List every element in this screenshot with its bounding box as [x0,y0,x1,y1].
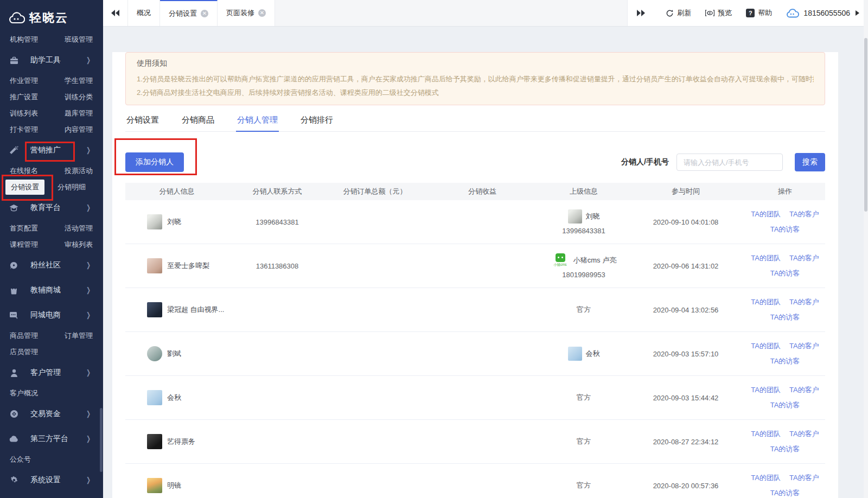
upline-identity: 刘晓 [568,209,600,224]
distributor-name: 艺得票务 [167,437,195,446]
tabs-scroll-left-button[interactable] [103,0,128,26]
refresh-button[interactable]: 刷新 [666,8,691,18]
column-header: 上级信息 [541,187,627,196]
action-link-TA的客户[interactable]: TA的客户 [789,341,819,351]
actions-cell: TA的团队TA的客户TA的访客 [745,429,825,454]
close-icon[interactable]: ✕ [258,9,266,17]
sidebar-item-题库管理[interactable]: 题库管理 [52,108,103,118]
sidebar-item-商品管理[interactable]: 商品管理 [0,331,52,341]
sidebar-item-订单管理[interactable]: 订单管理 [52,331,103,341]
tabs-scroll-right-button[interactable] [627,0,654,26]
action-link-TA的访客[interactable]: TA的访客 [770,225,800,234]
action-link-TA的团队[interactable]: TA的团队 [751,253,781,263]
sidebar-pair-row: 课程管理审核列表 [0,237,103,253]
sidebar-scrollbar-thumb[interactable] [100,408,103,472]
top-tab-页面装修[interactable]: 页面装修✕ [218,0,275,26]
sidebar-group-教育平台[interactable]: 教育平台❯ [0,195,103,220]
tab-分销排行[interactable]: 分销排行 [299,115,334,131]
action-link-TA的客户[interactable]: TA的客户 [789,473,819,483]
sidebar-item-训练分类[interactable]: 训练分类 [52,92,103,102]
action-link-TA的团队[interactable]: TA的团队 [751,473,781,483]
action-link-TA的客户[interactable]: TA的客户 [789,209,819,219]
actions-cell: TA的团队TA的客户TA的访客 [745,341,825,366]
sidebar-group-粉丝社区[interactable]: 粉丝社区❯ [0,253,103,278]
sidebar-item-分销设置[interactable]: 分销设置 [5,180,44,195]
page-scrollbar[interactable] [864,0,868,498]
help-button[interactable]: ? 帮助 [746,8,772,18]
sidebar-group-label: 教育平台 [30,203,86,213]
sidebar-item-学生管理[interactable]: 学生管理 [52,76,103,86]
sidebar-item-分销明细[interactable]: 分销明细 [44,182,96,192]
top-tab-分销设置[interactable]: 分销设置✕ [160,0,218,26]
sidebar-group-第三方平台[interactable]: 第三方平台❯ [0,426,103,451]
sidebar-pair-row: 作业管理学生管理 [0,73,103,89]
action-link-TA的访客[interactable]: TA的访客 [770,312,800,322]
action-link-TA的客户[interactable]: TA的客户 [789,297,819,307]
distributor-info-cell: 至爱士多啤梨 [125,258,228,273]
sidebar-group-教辅商城[interactable]: 教辅商城❯ [0,278,103,303]
sidebar-pair-row: 商品管理订单管理 [0,328,103,344]
sidebar-group-营销推广[interactable]: 营销推广❯ [0,138,103,163]
action-link-TA的访客[interactable]: TA的访客 [770,400,800,410]
preview-button[interactable]: 预览 [705,8,732,18]
sidebar-item-班级管理[interactable]: 班级管理 [52,35,103,44]
action-link-TA的客户[interactable]: TA的客户 [789,429,819,439]
top-tab-概况[interactable]: 概况 [128,0,160,26]
sidebar-item-内容管理[interactable]: 内容管理 [52,125,103,135]
sidebar-item-训练列表[interactable]: 训练列表 [0,108,52,118]
sidebar-group-助学工具[interactable]: 助学工具❯ [0,48,103,73]
action-link-TA的访客[interactable]: TA的访客 [770,488,800,498]
sidebar-item-活动管理[interactable]: 活动管理 [52,224,103,233]
sidebar-item-课程管理[interactable]: 课程管理 [0,240,52,250]
action-link-TA的客户[interactable]: TA的客户 [789,253,819,263]
join-time-cell: 2020-08-27 22:34:12 [627,438,745,446]
action-link-TA的客户[interactable]: TA的客户 [789,385,819,395]
action-link-TA的团队[interactable]: TA的团队 [751,297,781,307]
upline-name: 小猪cms 卢亮 [573,256,616,265]
sidebar-group-交易资金[interactable]: 交易资金❯ [0,401,103,426]
refresh-icon [666,9,674,17]
add-distributor-button[interactable]: 添加分销人 [125,152,184,172]
action-link-TA的访客[interactable]: TA的访客 [770,444,800,454]
search-button[interactable]: 搜索 [795,153,825,171]
action-link-TA的团队[interactable]: TA的团队 [751,341,781,351]
sidebar-item-首页配置[interactable]: 首页配置 [0,224,52,233]
close-icon[interactable]: ✕ [201,10,208,17]
action-link-TA的访客[interactable]: TA的访客 [770,356,800,366]
account-menu[interactable]: 18156055506 [786,9,859,18]
top-tab-label: 概况 [137,8,151,18]
sidebar-item-投票活动[interactable]: 投票活动 [52,166,103,176]
column-header: 操作 [745,187,825,196]
sidebar-group-同城电商[interactable]: 同城电商❯ [0,303,103,328]
distributor-info-cell: 刘晓 [125,214,228,229]
table-row: 明镜官方2020-08-20 00:57:36TA的团队TA的客户TA的访客 [125,464,825,498]
tab-分销设置[interactable]: 分销设置 [125,115,160,131]
sidebar-pair-row: 客户概况 [0,385,103,401]
sidebar-group-label: 客户管理 [30,368,86,378]
sidebar-group-系统设置[interactable]: 系统设置❯ [0,468,103,493]
page-scrollbar-thumb[interactable] [864,38,867,212]
sidebar-item-公众号[interactable]: 公众号 [0,455,52,464]
action-link-TA的团队[interactable]: TA的团队 [751,209,781,219]
action-link-TA的访客[interactable]: TA的访客 [770,269,800,278]
sidebar-item-推广设置[interactable]: 推广设置 [0,92,52,102]
chevron-right-icon: ❯ [86,410,91,418]
distributor-name: 梁冠超 自由视界... [167,305,224,315]
sidebar-item-作业管理[interactable]: 作业管理 [0,76,52,86]
notice-line-2: 2.分销商品对接生活社交电商应用、后续持续对接营销报名活动、课程类应用的二级社交… [137,86,814,99]
sidebar-item-审核列表[interactable]: 审核列表 [52,240,103,250]
action-link-TA的团队[interactable]: TA的团队 [751,385,781,395]
gear-icon [9,476,18,485]
sidebar-item-打卡管理[interactable]: 打卡管理 [0,125,52,135]
sidebar-group-客户管理[interactable]: 客户管理❯ [0,360,103,385]
tab-分销商品[interactable]: 分销商品 [181,115,215,131]
table-row: 刘晓13996843381刘晓139968433812020-09-10 04:… [125,200,825,244]
sidebar-item-在线报名[interactable]: 在线报名 [0,166,52,176]
chevron-right-icon: ❯ [86,476,91,484]
sidebar-item-机构管理[interactable]: 机构管理 [0,35,52,44]
tab-分销人管理[interactable]: 分销人管理 [236,115,279,131]
action-link-TA的团队[interactable]: TA的团队 [751,429,781,439]
search-input[interactable] [676,154,783,171]
sidebar-item-店员管理[interactable]: 店员管理 [0,347,52,357]
sidebar-item-客户概况[interactable]: 客户概况 [0,388,52,398]
